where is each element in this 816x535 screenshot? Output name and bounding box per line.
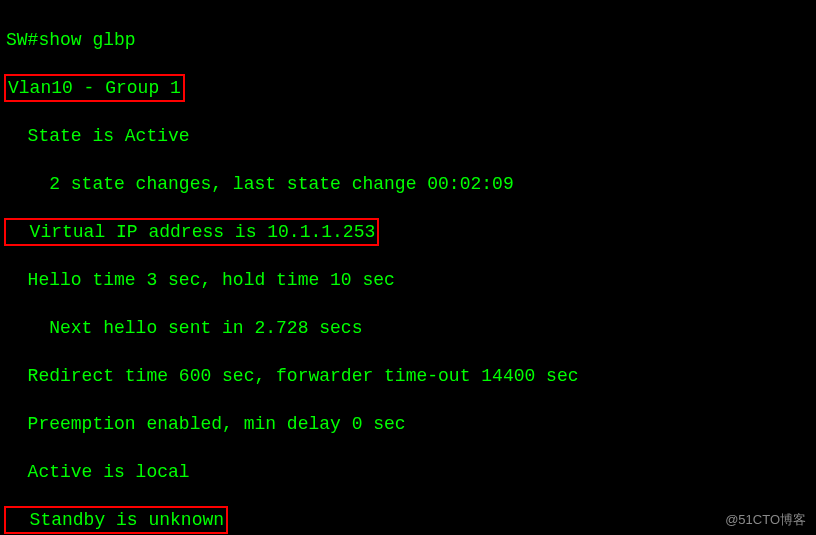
command: show glbp (38, 30, 135, 50)
group-header-box: Vlan10 - Group 1 (4, 74, 185, 102)
state-line: State is Active (6, 124, 810, 148)
group-header-row: Vlan10 - Group 1 (6, 76, 810, 100)
watermark: @51CTO博客 (725, 511, 806, 529)
vip-row: Virtual IP address is 10.1.1.253 (6, 220, 810, 244)
standby-row: Standby is unknown (6, 508, 810, 532)
prompt: SW# (6, 30, 38, 50)
preemption-line: Preemption enabled, min delay 0 sec (6, 412, 810, 436)
state-changes-line: 2 state changes, last state change 00:02… (6, 172, 810, 196)
next-hello-line: Next hello sent in 2.728 secs (6, 316, 810, 340)
terminal-output: SW#show glbp Vlan10 - Group 1 State is A… (0, 0, 816, 535)
active-line: Active is local (6, 460, 810, 484)
virtual-ip-box: Virtual IP address is 10.1.1.253 (4, 218, 379, 246)
standby-box: Standby is unknown (4, 506, 228, 534)
hello-time-line: Hello time 3 sec, hold time 10 sec (6, 268, 810, 292)
command-line[interactable]: SW#show glbp (6, 28, 810, 52)
redirect-time-line: Redirect time 600 sec, forwarder time-ou… (6, 364, 810, 388)
